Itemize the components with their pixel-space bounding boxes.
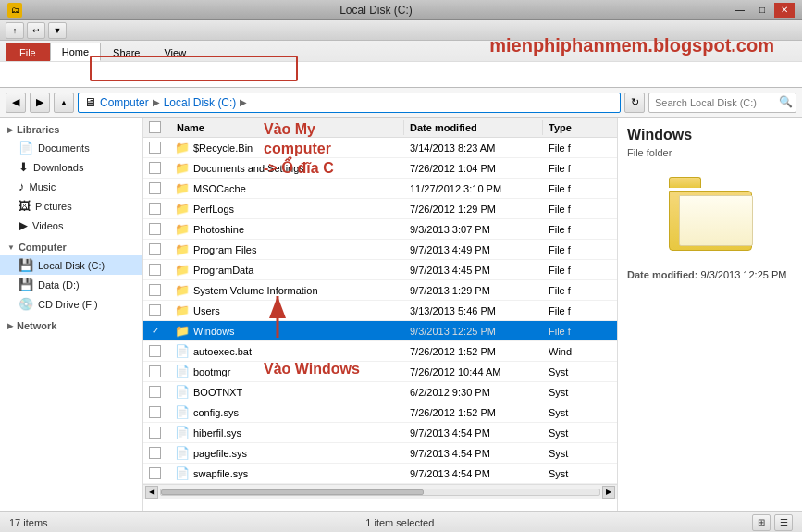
table-row[interactable]: 📄BOOTNXT6/2/2012 9:30 PMSyst bbox=[143, 382, 617, 402]
table-row[interactable]: 📄autoexec.bat7/26/2012 1:52 PMWind bbox=[143, 341, 617, 362]
row-checkbox[interactable] bbox=[149, 304, 161, 316]
minimize-button[interactable]: — bbox=[730, 3, 750, 18]
column-name[interactable]: Name bbox=[171, 120, 404, 135]
sidebar-item-downloads[interactable]: ⬇ Downloads bbox=[0, 157, 142, 177]
row-checkbox[interactable] bbox=[149, 203, 161, 215]
file-icon: 📁 bbox=[175, 283, 190, 297]
sidebar-item-documents[interactable]: 📄 Documents bbox=[0, 138, 142, 157]
scroll-right-button[interactable]: ▶ bbox=[602, 486, 615, 499]
status-bar: 17 items 1 item selected ⊞ ☰ bbox=[0, 511, 802, 532]
tab-home[interactable]: Home bbox=[50, 43, 101, 61]
row-checkbox[interactable] bbox=[149, 447, 161, 459]
row-checkbox[interactable] bbox=[149, 223, 161, 235]
table-row[interactable]: 📁PerfLogs7/26/2012 1:29 PMFile f bbox=[143, 199, 617, 219]
search-input[interactable] bbox=[648, 93, 796, 113]
file-name: autoexec.bat bbox=[193, 346, 252, 357]
maximize-button[interactable]: □ bbox=[752, 3, 772, 18]
file-list-header: Name Date modified Type bbox=[143, 118, 617, 138]
table-row[interactable]: 📁Users3/13/2013 5:46 PMFile f bbox=[143, 301, 617, 321]
table-row[interactable]: 📁Program Files9/7/2013 4:49 PMFile f bbox=[143, 240, 617, 260]
tab-view[interactable]: View bbox=[152, 43, 198, 61]
file-name-cell: 📁Windows bbox=[171, 322, 404, 340]
file-date: 3/14/2013 8:23 AM bbox=[404, 141, 543, 155]
table-row[interactable]: 📄config.sys7/26/2012 1:52 PMSyst bbox=[143, 402, 617, 423]
selected-info: 1 item selected bbox=[365, 517, 434, 528]
row-checkbox[interactable]: ✓ bbox=[149, 325, 161, 337]
large-icons-view-button[interactable]: ⊞ bbox=[752, 514, 771, 531]
column-date[interactable]: Date modified bbox=[404, 120, 543, 135]
scroll-track[interactable] bbox=[160, 489, 600, 496]
file-date: 7/26/2012 1:52 PM bbox=[404, 405, 543, 420]
table-row[interactable]: ✓📁Windows9/3/2013 12:25 PMFile f bbox=[143, 321, 617, 341]
table-row[interactable]: 📄hiberfil.sys9/7/2013 4:54 PMSyst bbox=[143, 423, 617, 443]
select-all-checkbox[interactable] bbox=[149, 121, 161, 133]
table-row[interactable]: 📄pagefile.sys9/7/2013 4:54 PMSyst bbox=[143, 443, 617, 464]
scroll-thumb[interactable] bbox=[161, 489, 424, 495]
table-row[interactable]: 📁Photoshinе9/3/2013 3:07 PMFile f bbox=[143, 219, 617, 240]
sidebar-group-libraries[interactable]: ▶ Libraries bbox=[0, 121, 142, 138]
cd-drive-f-icon: 💿 bbox=[19, 297, 33, 311]
sidebar-group-computer[interactable]: ▼ Computer bbox=[0, 239, 142, 255]
row-checkbox[interactable] bbox=[149, 406, 161, 418]
ribbon: File Home Share View bbox=[0, 41, 802, 88]
path-sep1: ▶ bbox=[153, 97, 160, 107]
table-row[interactable]: 📁ProgramData9/7/2013 4:45 PMFile f bbox=[143, 260, 617, 280]
sidebar-item-pictures[interactable]: 🖼 Pictures bbox=[0, 196, 142, 216]
qa-undo-button[interactable]: ↩ bbox=[27, 22, 45, 39]
scroll-left-button[interactable]: ◀ bbox=[145, 486, 158, 499]
file-name-cell: 📄swapfile.sys bbox=[171, 464, 404, 482]
tab-file[interactable]: File bbox=[6, 43, 50, 61]
sidebar-item-music[interactable]: ♪ Music bbox=[0, 177, 142, 196]
file-name-cell: 📁Photoshinе bbox=[171, 220, 404, 238]
row-checkbox[interactable] bbox=[149, 162, 161, 174]
row-checkbox[interactable] bbox=[149, 142, 161, 154]
column-type[interactable]: Type bbox=[543, 120, 617, 135]
sidebar-item-videos[interactable]: ▶ Videos bbox=[0, 216, 142, 235]
row-checkbox[interactable] bbox=[149, 243, 161, 255]
forward-button[interactable]: ▶ bbox=[30, 93, 50, 113]
row-checkbox[interactable] bbox=[149, 467, 161, 479]
file-name: Photoshinе bbox=[193, 224, 244, 235]
list-view-button[interactable]: ☰ bbox=[774, 514, 793, 531]
row-check-cell bbox=[143, 142, 171, 154]
quick-access-toolbar: ↑ ↩ ▼ bbox=[0, 20, 802, 41]
sidebar-item-data-d[interactable]: 💾 Data (D:) bbox=[0, 275, 142, 294]
table-row[interactable]: 📁System Volume Information9/7/2013 1:29 … bbox=[143, 280, 617, 301]
sidebar-item-local-disk-c[interactable]: 💾 Local Disk (C:) bbox=[0, 255, 142, 275]
back-button[interactable]: ◀ bbox=[6, 93, 26, 113]
row-checkbox[interactable] bbox=[149, 427, 161, 439]
table-row[interactable]: 📁$Recycle.Bin3/14/2013 8:23 AMFile f bbox=[143, 138, 617, 158]
file-date: 9/3/2013 3:07 PM bbox=[404, 222, 543, 237]
close-button[interactable]: ✕ bbox=[774, 3, 795, 18]
title-bar: 🗂 Local Disk (C:) — □ ✕ bbox=[0, 0, 802, 20]
preview-date-value: 9/3/2013 12:25 PM bbox=[700, 269, 786, 280]
row-checkbox[interactable] bbox=[149, 365, 161, 377]
path-computer[interactable]: Computer bbox=[100, 96, 149, 109]
table-row[interactable]: 📁Documents and Settings7/26/2012 1:04 PM… bbox=[143, 158, 617, 179]
path-local-disk[interactable]: Local Disk (C:) bbox=[164, 96, 237, 109]
up-button[interactable]: ▲ bbox=[54, 93, 74, 113]
row-checkbox[interactable] bbox=[149, 264, 161, 276]
row-checkbox[interactable] bbox=[149, 386, 161, 398]
row-checkbox[interactable] bbox=[149, 345, 161, 357]
file-type: File f bbox=[543, 283, 617, 298]
qa-dropdown-button[interactable]: ▼ bbox=[48, 22, 67, 39]
sidebar-item-cd-drive-f[interactable]: 💿 CD Drive (F:) bbox=[0, 294, 142, 314]
sidebar-group-network[interactable]: ▶ Network bbox=[0, 317, 142, 334]
qa-back-button[interactable]: ↑ bbox=[6, 22, 24, 39]
table-row[interactable]: 📁MSOCache11/27/2012 3:10 PMFile f bbox=[143, 179, 617, 199]
table-row[interactable]: 📄swapfile.sys9/7/2013 4:54 PMSyst bbox=[143, 464, 617, 484]
file-name: Program Files bbox=[193, 244, 256, 255]
address-path[interactable]: 🖥 Computer ▶ Local Disk (C:) ▶ bbox=[78, 93, 621, 113]
preview-folder-icon bbox=[664, 177, 757, 251]
row-checkbox[interactable] bbox=[149, 284, 161, 296]
row-checkbox[interactable] bbox=[149, 182, 161, 194]
tab-share[interactable]: Share bbox=[101, 43, 152, 61]
table-row[interactable]: 📄bootmgr7/26/2012 10:44 AMSyst bbox=[143, 362, 617, 382]
file-name: hiberfil.sys bbox=[193, 427, 241, 439]
file-icon: 📁 bbox=[175, 202, 190, 216]
main-layout: ▶ Libraries 📄 Documents ⬇ Downloads ♪ Mu… bbox=[0, 118, 802, 511]
refresh-button[interactable]: ↻ bbox=[624, 93, 645, 113]
horizontal-scrollbar[interactable]: ◀ ▶ bbox=[143, 484, 617, 499]
file-type: File f bbox=[543, 303, 617, 318]
